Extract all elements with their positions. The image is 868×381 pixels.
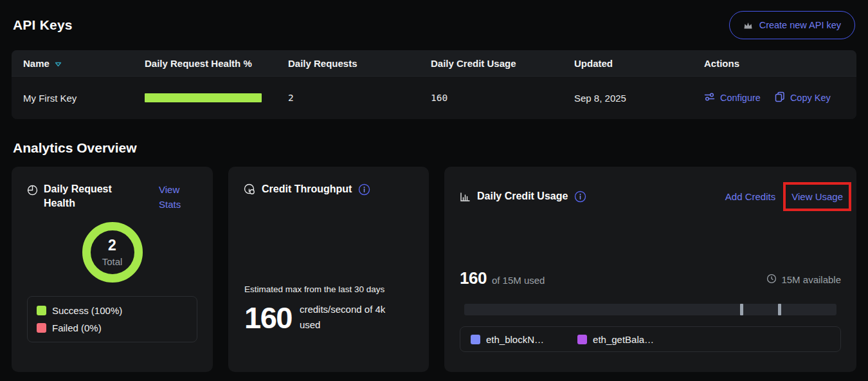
column-header-updated: Updated (574, 58, 704, 69)
legend-item-success: Success (100%) (37, 305, 188, 316)
throughput-value: 160 (244, 302, 292, 333)
failed-swatch (37, 323, 46, 333)
topbar: API Keys Create new API key (12, 0, 856, 50)
donut-total-value: 2 (108, 237, 116, 254)
usage-tick (778, 304, 781, 315)
column-header-health: Daily Request Health % (145, 58, 288, 69)
credits-available-label: 15M available (781, 274, 841, 285)
column-header-actions: Actions (704, 58, 856, 69)
legend-item-eth-blocknumber: eth_blockN… (471, 334, 544, 345)
credits-used-label: of 15M used (492, 275, 545, 286)
column-header-daily-credit-usage: Daily Credit Usage (431, 58, 574, 69)
success-swatch (37, 306, 46, 315)
highlight-box: View Usage (783, 182, 851, 211)
sort-descending-icon[interactable] (55, 58, 62, 69)
credits-used-value: 160 (460, 268, 487, 288)
analytics-cards: Daily Request Health View Stats 2 Total … (12, 167, 856, 372)
info-icon[interactable] (574, 190, 586, 203)
donut-total-label: Total (102, 256, 123, 267)
card-title: Credit Throughput (262, 182, 352, 196)
view-usage-link[interactable]: View Usage (791, 191, 843, 202)
health-bar (145, 93, 262, 102)
usage-legend: eth_blockN… eth_getBala… (460, 326, 841, 352)
updated-value: Sep 8, 2025 (574, 93, 704, 104)
gauge-icon (244, 183, 255, 195)
crown-icon (743, 21, 753, 30)
copy-key-link[interactable]: Copy Key (775, 91, 831, 104)
api-keys-table: Name Daily Request Health % Daily Reques… (12, 50, 856, 119)
page-title: API Keys (13, 17, 73, 33)
dashboard-page: API Keys Create new API key Name Daily R… (0, 0, 868, 372)
card-title: Daily Request Health (44, 182, 117, 211)
throughput-subtitle: Estimated max from the last 30 days (244, 284, 413, 294)
health-legend: Success (100%) Failed (0%) (27, 296, 197, 342)
column-header-daily-requests: Daily Requests (288, 58, 431, 69)
api-key-name: My First Key (23, 93, 145, 104)
table-row: My First Key 2 160 Sep 8, 2025 Configure (12, 76, 856, 119)
column-header-name[interactable]: Name (23, 58, 145, 69)
pie-chart-icon (27, 185, 38, 196)
configure-link[interactable]: Configure (704, 92, 761, 104)
usage-tick (740, 304, 743, 315)
legend-item-failed: Failed (0%) (37, 322, 188, 333)
copy-icon (775, 91, 785, 104)
actions-cell: Configure Copy Key (704, 91, 856, 104)
clock-icon (766, 274, 777, 286)
throughput-unit: credits/second of 4k used (300, 302, 401, 333)
card-title: Daily Credit Usage (477, 189, 568, 203)
analytics-heading: Analytics Overview (13, 140, 856, 156)
info-icon[interactable] (358, 183, 370, 196)
eth-getbalance-swatch (577, 335, 587, 344)
sliders-icon (704, 92, 715, 104)
add-credits-link[interactable]: Add Credits (725, 189, 775, 204)
daily-request-health-card: Daily Request Health View Stats 2 Total … (12, 167, 213, 372)
table-header-row: Name Daily Request Health % Daily Reques… (12, 50, 856, 76)
bar-chart-icon (460, 192, 471, 202)
legend-item-eth-getbalance: eth_getBala… (577, 334, 654, 345)
credit-throughput-card: Credit Throughput Estimated max from the… (228, 167, 429, 372)
create-api-key-label: Create new API key (759, 20, 841, 30)
credit-usage-bar (464, 304, 836, 315)
health-bar-cell (145, 93, 288, 102)
daily-requests-value: 2 (288, 93, 431, 103)
eth-blocknumber-swatch (471, 335, 480, 344)
daily-credit-usage-value: 160 (431, 93, 574, 103)
donut-chart: 2 Total (82, 222, 143, 283)
daily-credit-usage-card: Daily Credit Usage Add Credits View Usag… (444, 167, 856, 372)
view-stats-link[interactable]: View Stats (159, 182, 197, 212)
create-api-key-button[interactable]: Create new API key (729, 11, 855, 39)
